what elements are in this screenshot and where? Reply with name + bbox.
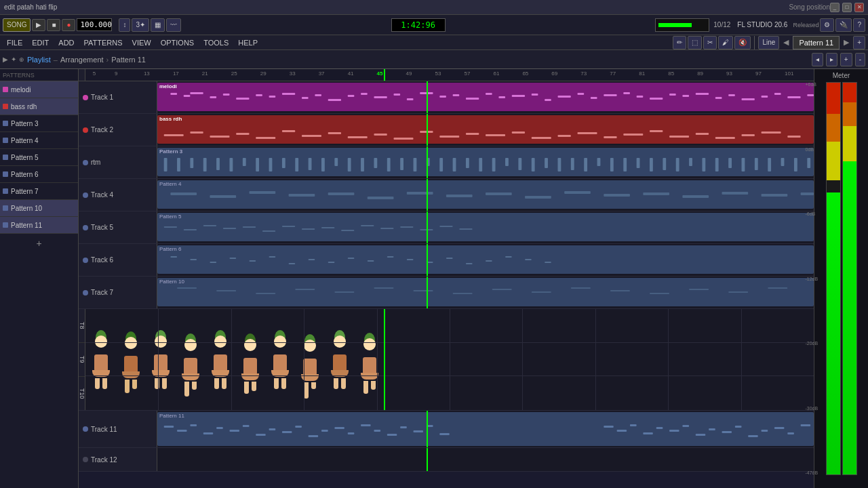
toolbar-separator (754, 36, 755, 49)
pattern-selector[interactable]: Pattern 11 (793, 36, 840, 49)
ruler-tick: 65 (522, 70, 528, 77)
chevron-left-icon[interactable]: ◀ (781, 37, 791, 49)
zoom-in-button[interactable]: + (840, 53, 852, 66)
svg-rect-164 (368, 260, 374, 262)
pattern-item-6[interactable]: Pattern 6 (0, 166, 78, 183)
track-content-1[interactable]: melodi (157, 81, 814, 113)
menu-view[interactable]: VIEW (128, 37, 155, 48)
magnet-icon[interactable]: ✦ (11, 56, 16, 63)
breadcrumb-playlist[interactable]: Playlist (27, 56, 51, 64)
settings-icon[interactable]: ⚙ (820, 18, 834, 32)
level-meter-mini (655, 18, 709, 32)
fl-status: Released (793, 22, 818, 28)
pattern-item-bass-rdh[interactable]: bass rdh (0, 98, 78, 115)
ruler-tick: 85 (668, 70, 674, 77)
breadcrumb-pattern[interactable]: Pattern 11 (111, 56, 146, 64)
svg-rect-50 (328, 132, 341, 134)
track-content-12[interactable] (157, 448, 814, 471)
pattern-item-11[interactable]: Pattern 11 (0, 217, 78, 234)
breadcrumb-arrangement[interactable]: Arrangement (60, 56, 104, 64)
playlist-icon[interactable]: ▶ (3, 56, 8, 63)
tool-select[interactable]: ⬚ (688, 36, 702, 49)
track-content-2[interactable]: bass rdh (157, 114, 814, 146)
svg-rect-154 (170, 256, 177, 258)
track-content-4[interactable]: Pattern 4 (157, 179, 814, 211)
pattern-color-6 (3, 171, 8, 177)
pattern-item-10[interactable]: Pattern 10 (0, 200, 78, 217)
svg-rect-143 (262, 230, 275, 232)
menu-file[interactable]: FILE (3, 37, 26, 48)
track-content-7[interactable]: Pattern 10 (157, 277, 814, 308)
piano-roll-7 (157, 285, 814, 304)
track-content-5[interactable]: Pattern 5 (157, 211, 814, 243)
tool-paint[interactable]: 🖌 (718, 36, 733, 49)
svg-rect-95 (479, 158, 482, 171)
scroll-right-button[interactable]: ▸ (826, 53, 837, 66)
mixer-btn[interactable]: ▦ (151, 18, 165, 32)
pattern-color-melodi (3, 87, 8, 92)
play-pause-button[interactable]: ▶ (32, 19, 45, 31)
anime-character-5 (212, 330, 229, 389)
svg-rect-94 (466, 158, 469, 168)
record-button[interactable]: ● (62, 19, 75, 31)
track-content-6[interactable]: Pattern 6 (157, 244, 814, 276)
zoom-out-button[interactable]: - (855, 53, 865, 66)
svg-rect-157 (229, 258, 236, 259)
bpm-display[interactable]: 100.000 (77, 18, 112, 31)
menu-help[interactable]: HELP (234, 37, 262, 48)
tool-pencil[interactable]: ✏ (673, 36, 686, 49)
svg-rect-18 (439, 96, 446, 98)
svg-rect-146 (321, 227, 334, 228)
pattern-item-4[interactable]: Pattern 4 (0, 132, 78, 149)
menu-patterns[interactable]: PATTERNS (80, 37, 127, 48)
waveform-btn[interactable]: 〰 (166, 18, 181, 32)
menu-tools[interactable]: TOOLS (199, 37, 233, 48)
pattern-item-melodi[interactable]: melodi (0, 81, 78, 98)
track-content-11[interactable]: Pattern 11 (157, 411, 814, 447)
line-mode[interactable]: Line (758, 36, 779, 49)
nav-btn-1[interactable]: ↕ (119, 18, 130, 32)
step-counter[interactable]: 3✦ (132, 18, 149, 32)
add-pattern-button[interactable]: + (853, 36, 865, 49)
svg-rect-60 (557, 135, 570, 137)
sprite-track-content[interactable] (85, 309, 814, 410)
svg-rect-190 (164, 426, 174, 428)
pattern-item-3[interactable]: Pattern 3 (0, 115, 78, 132)
chevron-right-icon[interactable]: ▶ (841, 37, 852, 49)
char-leg-r-5 (222, 378, 226, 389)
svg-rect-26 (557, 96, 570, 98)
pattern-block-6: Pattern 6 (157, 245, 814, 274)
stop-button[interactable]: ■ (47, 19, 60, 31)
piano-roll-melodi (157, 89, 814, 110)
pattern-label-4: Pattern 4 (11, 137, 39, 144)
pattern-item-7[interactable]: Pattern 7 (0, 183, 78, 200)
svg-rect-152 (439, 226, 452, 227)
minimize-button[interactable]: _ (830, 3, 840, 12)
anime-character-10 (361, 333, 378, 394)
sprite-vline-7 (595, 309, 596, 410)
svg-rect-11 (328, 99, 341, 101)
scroll-left-button[interactable]: ◂ (812, 53, 823, 66)
svg-rect-176 (256, 293, 275, 294)
tool-slice[interactable]: ✂ (703, 36, 717, 49)
close-button[interactable]: ✕ (854, 3, 864, 12)
zoom-icon[interactable]: ⊕ (19, 56, 24, 63)
song-mode-button[interactable]: SONG (3, 18, 31, 32)
char-hair-6 (245, 333, 256, 348)
menu-edit[interactable]: EDIT (28, 37, 53, 48)
menu-add[interactable]: ADD (54, 37, 78, 48)
char-legs-10 (363, 381, 376, 394)
help-icon[interactable]: ? (853, 18, 865, 32)
svg-rect-122 (210, 195, 236, 198)
track-content-3[interactable]: Pattern 3 (157, 146, 814, 178)
pattern-color-5 (3, 155, 8, 160)
svg-rect-80 (282, 158, 285, 168)
ruler-tick: 33 (290, 70, 296, 77)
add-pattern-icon[interactable]: + (0, 237, 78, 250)
menu-options[interactable]: OPTIONS (157, 37, 199, 48)
char-leg-l-7 (274, 378, 279, 389)
pattern-item-5[interactable]: Pattern 5 (0, 149, 78, 166)
plugin-icon[interactable]: 🔌 (835, 18, 852, 32)
tool-mute[interactable]: 🔇 (734, 36, 751, 49)
maximize-button[interactable]: □ (842, 3, 852, 12)
